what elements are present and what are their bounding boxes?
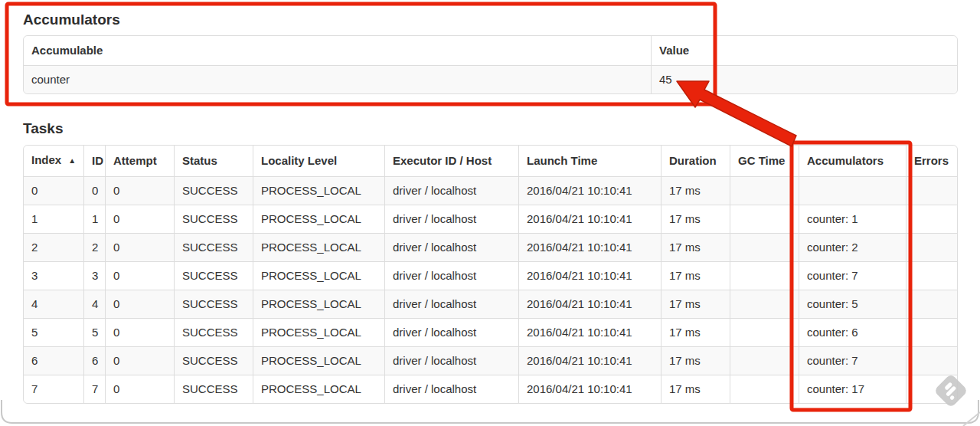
task-cell-executor-id-host: driver / localhost — [384, 233, 518, 261]
task-row: 000SUCCESSPROCESS_LOCALdriver / localhos… — [24, 176, 957, 205]
task-cell-locality-level: PROCESS_LOCAL — [253, 290, 384, 318]
task-cell-accumulators: counter: 7 — [799, 261, 906, 290]
task-cell-errors — [906, 290, 957, 318]
column-header-accumulators[interactable]: Accumulators — [799, 146, 906, 176]
task-cell-accumulators: counter: 17 — [799, 375, 906, 403]
task-cell-gc-time — [730, 346, 799, 375]
task-cell-locality-level: PROCESS_LOCAL — [253, 346, 384, 375]
sort-ascending-icon: ▲ — [68, 156, 76, 165]
column-header-status[interactable]: Status — [174, 146, 253, 176]
task-cell-executor-id-host: driver / localhost — [384, 346, 518, 375]
task-cell-id: 3 — [83, 261, 105, 290]
accumulators-heading: Accumulators — [23, 10, 120, 30]
task-cell-locality-level: PROCESS_LOCAL — [253, 375, 384, 403]
tasks-heading: Tasks — [23, 119, 63, 139]
accumulators-header-row: Accumulable Value — [24, 36, 957, 65]
task-cell-gc-time — [730, 176, 799, 205]
task-cell-errors — [906, 261, 957, 290]
tasks-table: Index▲ ID Attempt Status Locality Level … — [23, 145, 958, 404]
task-cell-accumulators: counter: 6 — [799, 318, 906, 346]
task-row: 660SUCCESSPROCESS_LOCALdriver / localhos… — [24, 346, 957, 375]
task-cell-attempt: 0 — [105, 375, 174, 403]
task-cell-status: SUCCESS — [174, 176, 253, 205]
task-cell-duration: 17 ms — [661, 205, 730, 233]
task-cell-gc-time — [730, 205, 799, 233]
task-cell-executor-id-host: driver / localhost — [384, 318, 518, 346]
column-header-duration[interactable]: Duration — [661, 146, 730, 176]
task-cell-errors — [906, 375, 957, 403]
column-header-gc-time[interactable]: GC Time — [730, 146, 799, 176]
accumulable-column-header: Accumulable — [24, 36, 651, 65]
task-cell-gc-time — [730, 233, 799, 261]
task-cell-launch-time: 2016/04/21 10:10:41 — [518, 346, 661, 375]
task-cell-index: 3 — [24, 261, 83, 290]
accumulable-name-cell: counter — [24, 65, 651, 93]
column-header-index-label: Index — [31, 153, 61, 166]
task-row: 770SUCCESSPROCESS_LOCALdriver / localhos… — [24, 375, 957, 403]
task-cell-duration: 17 ms — [661, 261, 730, 290]
task-row: 550SUCCESSPROCESS_LOCALdriver / localhos… — [24, 318, 957, 346]
task-cell-duration: 17 ms — [661, 233, 730, 261]
accumulator-row: counter 45 — [24, 65, 957, 93]
task-cell-accumulators: counter: 1 — [799, 205, 906, 233]
task-cell-accumulators: counter: 5 — [799, 290, 906, 318]
task-cell-locality-level: PROCESS_LOCAL — [253, 318, 384, 346]
task-cell-duration: 17 ms — [661, 176, 730, 205]
task-row: 330SUCCESSPROCESS_LOCALdriver / localhos… — [24, 261, 957, 290]
value-column-header: Value — [651, 36, 957, 65]
task-cell-duration: 17 ms — [661, 346, 730, 375]
column-header-index[interactable]: Index▲ — [24, 146, 83, 176]
task-cell-index: 5 — [24, 318, 83, 346]
column-header-errors[interactable]: Errors — [906, 146, 957, 176]
accumulators-table: Accumulable Value counter 45 — [23, 35, 958, 94]
task-cell-attempt: 0 — [105, 261, 174, 290]
task-cell-launch-time: 2016/04/21 10:10:41 — [518, 290, 661, 318]
task-cell-index: 7 — [24, 375, 83, 403]
task-cell-attempt: 0 — [105, 290, 174, 318]
task-row: 110SUCCESSPROCESS_LOCALdriver / localhos… — [24, 205, 957, 233]
task-cell-duration: 17 ms — [661, 318, 730, 346]
task-cell-errors — [906, 346, 957, 375]
task-cell-attempt: 0 — [105, 205, 174, 233]
task-cell-launch-time: 2016/04/21 10:10:41 — [518, 261, 661, 290]
column-header-attempt[interactable]: Attempt — [105, 146, 174, 176]
task-cell-gc-time — [730, 375, 799, 403]
task-cell-executor-id-host: driver / localhost — [384, 290, 518, 318]
task-cell-duration: 17 ms — [661, 290, 730, 318]
task-cell-errors — [906, 205, 957, 233]
task-cell-id: 4 — [83, 290, 105, 318]
column-header-executor-id-host[interactable]: Executor ID / Host — [384, 146, 518, 176]
task-cell-index: 2 — [24, 233, 83, 261]
task-cell-attempt: 0 — [105, 346, 174, 375]
task-cell-launch-time: 2016/04/21 10:10:41 — [518, 233, 661, 261]
task-row: 220SUCCESSPROCESS_LOCALdriver / localhos… — [24, 233, 957, 261]
task-cell-index: 0 — [24, 176, 83, 205]
task-cell-duration: 17 ms — [661, 375, 730, 403]
task-cell-id: 5 — [83, 318, 105, 346]
task-cell-executor-id-host: driver / localhost — [384, 205, 518, 233]
cropped-watermark-edge — [963, 412, 980, 426]
column-header-id[interactable]: ID — [83, 146, 105, 176]
task-cell-locality-level: PROCESS_LOCAL — [253, 205, 384, 233]
task-cell-attempt: 0 — [105, 233, 174, 261]
task-cell-status: SUCCESS — [174, 318, 253, 346]
task-cell-launch-time: 2016/04/21 10:10:41 — [518, 375, 661, 403]
task-cell-executor-id-host: driver / localhost — [384, 176, 518, 205]
task-cell-id: 1 — [83, 205, 105, 233]
column-header-locality-level[interactable]: Locality Level — [253, 146, 384, 176]
task-cell-locality-level: PROCESS_LOCAL — [253, 176, 384, 205]
task-cell-launch-time: 2016/04/21 10:10:41 — [518, 205, 661, 233]
task-cell-accumulators: counter: 2 — [799, 233, 906, 261]
task-cell-gc-time — [730, 261, 799, 290]
task-cell-accumulators: counter: 7 — [799, 346, 906, 375]
task-cell-locality-level: PROCESS_LOCAL — [253, 233, 384, 261]
task-cell-index: 4 — [24, 290, 83, 318]
task-cell-locality-level: PROCESS_LOCAL — [253, 261, 384, 290]
task-cell-executor-id-host: driver / localhost — [384, 261, 518, 290]
task-cell-errors — [906, 233, 957, 261]
tasks-table-body: 000SUCCESSPROCESS_LOCALdriver / localhos… — [24, 176, 957, 403]
task-cell-index: 1 — [24, 205, 83, 233]
task-cell-launch-time: 2016/04/21 10:10:41 — [518, 318, 661, 346]
task-cell-status: SUCCESS — [174, 290, 253, 318]
column-header-launch-time[interactable]: Launch Time — [518, 146, 661, 176]
